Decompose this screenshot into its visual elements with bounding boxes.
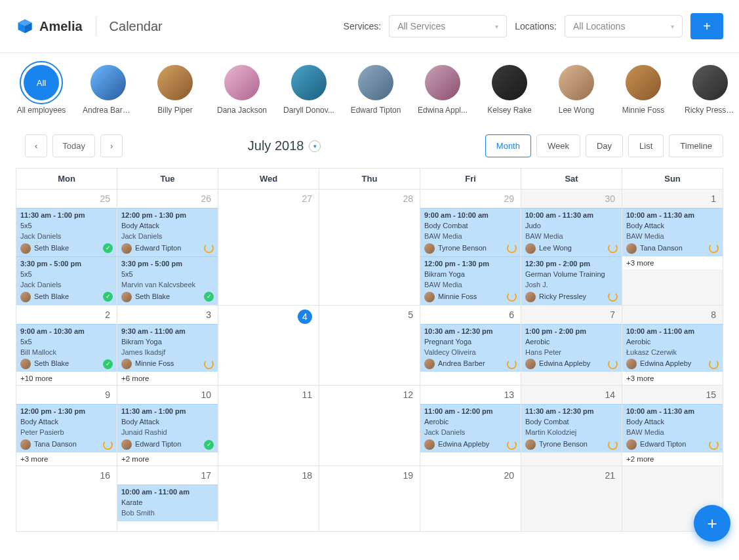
event-card[interactable]: 12:00 pm - 1:30 pmBody AttackJack Daniel… bbox=[117, 208, 218, 256]
view-day[interactable]: Day bbox=[586, 134, 623, 157]
event-title: Body Combat bbox=[525, 417, 618, 428]
day-cell[interactable]: 2511:30 am - 1:00 pm5x5Jack DanielsSeth … bbox=[16, 190, 117, 306]
employee-name: Daryll Donov... bbox=[283, 106, 334, 115]
day-cell[interactable]: 1411:30 am - 12:30 pmBody CombatMartin K… bbox=[521, 386, 622, 466]
event-card[interactable]: 11:30 am - 12:30 pmBody CombatMartin Kol… bbox=[521, 404, 622, 452]
more-events-link[interactable]: +3 more bbox=[622, 372, 723, 385]
refresh-icon bbox=[103, 440, 113, 450]
locations-dropdown[interactable]: All Locations ▾ bbox=[565, 15, 683, 37]
employee-filter-edward[interactable]: Edward Tipton bbox=[350, 65, 401, 115]
day-cell[interactable]: 4 bbox=[218, 305, 319, 386]
employee-name: Ricky Pressley bbox=[685, 106, 736, 115]
event-card[interactable]: 12:30 pm - 2:00 pmGerman Volume Training… bbox=[521, 256, 622, 305]
avatar bbox=[121, 439, 132, 450]
event-card[interactable]: 3:30 pm - 5:00 pm5x5Jack DanielsSeth Bla… bbox=[16, 256, 117, 305]
day-cell[interactable]: 20 bbox=[420, 466, 521, 532]
day-cell[interactable]: 71:00 pm - 2:00 pmAerobicHans PeterEdwin… bbox=[521, 305, 622, 386]
day-cell[interactable]: 19 bbox=[319, 466, 420, 532]
event-title: 5x5 bbox=[20, 337, 113, 348]
avatar bbox=[425, 65, 460, 100]
event-location: Peter Pasierb bbox=[20, 428, 113, 438]
view-timeline[interactable]: Timeline bbox=[669, 134, 723, 157]
day-cell[interactable]: 5 bbox=[319, 305, 420, 386]
event-card[interactable]: 10:00 am - 11:00 amAerobicŁukasz Czerwik… bbox=[622, 324, 723, 372]
employee-filter-edwina[interactable]: Edwina Appl... bbox=[417, 65, 468, 115]
day-number: 5 bbox=[319, 306, 420, 324]
day-cell[interactable]: 16 bbox=[16, 466, 117, 532]
day-cell[interactable]: 1710:00 am - 11:00 amKarateBob Smith bbox=[117, 466, 218, 532]
services-dropdown[interactable]: All Services ▾ bbox=[389, 15, 507, 37]
event-card[interactable]: 10:00 am - 11:30 amJudoBAW MediaLee Wong bbox=[521, 208, 622, 256]
employee-name: Lee Wong bbox=[551, 106, 602, 115]
event-card[interactable]: 9:30 am - 11:00 amBikram YogaJames Ikads… bbox=[117, 324, 218, 372]
day-cell[interactable]: 1011:30 am - 1:00 pmBody AttackJunaid Ra… bbox=[117, 386, 218, 466]
avatar bbox=[121, 292, 132, 302]
event-card[interactable]: 12:00 pm - 1:30 pmBody AttackPeter Pasie… bbox=[16, 404, 117, 452]
employee-filter-all[interactable]: AllAll employees bbox=[16, 65, 67, 115]
employee-filter-andrea[interactable]: Andrea Barber bbox=[83, 65, 134, 115]
employee-filter-daryll[interactable]: Daryll Donov... bbox=[283, 65, 334, 115]
employee-filter-lee[interactable]: Lee Wong bbox=[551, 65, 602, 115]
more-events-link[interactable]: +6 more bbox=[117, 372, 218, 385]
day-cell[interactable]: 1510:00 am - 11:30 amBody AttackBAW Medi… bbox=[622, 386, 723, 466]
day-cell[interactable]: 810:00 am - 11:00 amAerobicŁukasz Czerwi… bbox=[622, 305, 723, 386]
day-cell[interactable]: 110:00 am - 11:30 amBody AttackBAW Media… bbox=[622, 190, 723, 306]
employee-filter-minnie[interactable]: Minnie Foss bbox=[618, 65, 669, 115]
employee-filter-billy[interactable]: Billy Piper bbox=[150, 65, 201, 115]
event-card[interactable]: 10:00 am - 11:00 amKarateBob Smith bbox=[117, 485, 218, 521]
employee-name: All employees bbox=[16, 106, 67, 115]
event-card[interactable]: 3:30 pm - 5:00 pm5x5Marvin van Kalcvsbee… bbox=[117, 256, 218, 305]
refresh-icon bbox=[507, 359, 517, 369]
event-card[interactable]: 11:00 am - 12:00 pmAerobicJack DanielsEd… bbox=[420, 404, 521, 452]
day-number: 3 bbox=[117, 306, 218, 324]
view-month[interactable]: Month bbox=[485, 134, 531, 157]
avatar bbox=[90, 65, 126, 100]
prev-button[interactable]: ‹ bbox=[25, 134, 47, 157]
next-button[interactable]: › bbox=[100, 134, 123, 157]
day-cell[interactable]: 1311:00 am - 12:00 pmAerobicJack Daniels… bbox=[420, 386, 521, 466]
day-cell[interactable]: 610:30 am - 12:30 pmPregnant YogaValdecy… bbox=[420, 305, 521, 386]
event-card[interactable]: 12:00 pm - 1:30 pmBikram YogaBAW MediaMi… bbox=[420, 256, 521, 305]
day-cell[interactable]: 27 bbox=[218, 190, 319, 306]
avatar bbox=[692, 65, 728, 100]
event-card[interactable]: 10:00 am - 11:30 amBody AttackBAW MediaT… bbox=[622, 208, 723, 256]
more-events-link[interactable]: +2 more bbox=[117, 452, 218, 466]
day-cell[interactable]: 18 bbox=[218, 466, 319, 532]
view-list[interactable]: List bbox=[628, 134, 664, 157]
day-cell[interactable]: 29:00 am - 10:30 am5x5Bill MallockSeth B… bbox=[16, 305, 117, 386]
day-cell[interactable]: 3010:00 am - 11:30 amJudoBAW MediaLee Wo… bbox=[521, 190, 622, 306]
more-events-link[interactable]: +10 more bbox=[16, 372, 117, 385]
event-card[interactable]: 10:30 am - 12:30 pmPregnant YogaValdecy … bbox=[420, 324, 521, 372]
view-week[interactable]: Week bbox=[536, 134, 580, 157]
event-card[interactable]: 9:00 am - 10:00 amBody CombatBAW MediaTy… bbox=[420, 208, 521, 256]
more-events-link[interactable]: +3 more bbox=[622, 256, 723, 270]
day-cell[interactable]: 912:00 pm - 1:30 pmBody AttackPeter Pasi… bbox=[16, 386, 117, 466]
day-cell[interactable]: 21 bbox=[521, 466, 622, 532]
employee-filter-kelsey[interactable]: Kelsey Rake bbox=[484, 65, 535, 115]
day-cell[interactable]: 2612:00 pm - 1:30 pmBody AttackJack Dani… bbox=[117, 190, 218, 306]
more-events-link[interactable]: +2 more bbox=[622, 452, 723, 466]
more-events-link[interactable]: +3 more bbox=[16, 452, 117, 466]
avatar bbox=[492, 65, 527, 100]
employee-filter-ricky[interactable]: Ricky Pressley bbox=[685, 65, 736, 115]
day-cell[interactable]: 11 bbox=[218, 386, 319, 466]
event-location: Jack Daniels bbox=[121, 231, 214, 242]
day-cell[interactable]: 39:30 am - 11:00 amBikram YogaJames Ikad… bbox=[117, 305, 218, 386]
day-cell[interactable]: 299:00 am - 10:00 amBody CombatBAW Media… bbox=[420, 190, 521, 306]
employee-name: Edward Tipton bbox=[350, 106, 401, 115]
event-card[interactable]: 1:00 pm - 2:00 pmAerobicHans PeterEdwina… bbox=[521, 324, 622, 372]
employee-filter-dana[interactable]: Dana Jackson bbox=[216, 65, 268, 115]
event-card[interactable]: 11:30 am - 1:00 pm5x5Jack DanielsSeth Bl… bbox=[16, 208, 117, 256]
event-time: 10:00 am - 11:30 am bbox=[525, 210, 618, 221]
today-button[interactable]: Today bbox=[52, 134, 95, 157]
add-button[interactable]: + bbox=[690, 13, 723, 39]
fab-add-button[interactable]: + bbox=[694, 505, 730, 536]
day-cell[interactable]: 12 bbox=[319, 386, 420, 466]
event-card[interactable]: 9:00 am - 10:30 am5x5Bill MallockSeth Bl… bbox=[16, 324, 117, 372]
event-card[interactable]: 11:30 am - 1:00 pmBody AttackJunaid Rash… bbox=[117, 404, 218, 452]
event-location: BAW Media bbox=[525, 231, 618, 242]
event-card[interactable]: 10:00 am - 11:30 amBody AttackBAW MediaE… bbox=[622, 404, 723, 452]
month-picker-button[interactable]: ▾ bbox=[309, 140, 321, 152]
event-person: Edward Tipton bbox=[640, 439, 686, 450]
day-cell[interactable]: 28 bbox=[319, 190, 420, 306]
